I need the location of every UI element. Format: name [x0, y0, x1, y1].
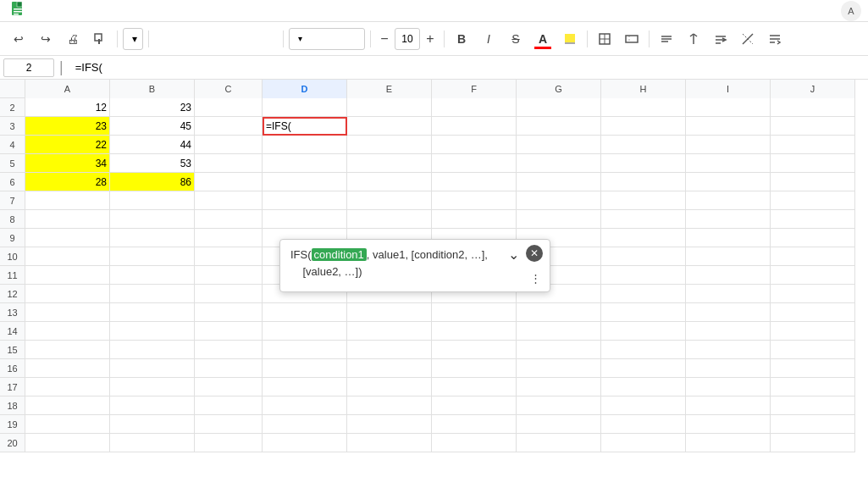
cell-d16[interactable]: [263, 359, 347, 378]
cell-c11[interactable]: [195, 266, 263, 285]
cell-c16[interactable]: [195, 359, 263, 378]
cell-b10[interactable]: [110, 247, 195, 266]
cell-e17[interactable]: [347, 378, 432, 396]
cell-i2[interactable]: [686, 98, 771, 117]
align-button[interactable]: [655, 27, 678, 51]
print-icon[interactable]: 🖨: [61, 27, 85, 51]
cell-e2[interactable]: [347, 98, 432, 117]
cell-c4[interactable]: [195, 136, 263, 154]
cell-a13[interactable]: [25, 303, 110, 322]
cell-g7[interactable]: [517, 191, 601, 210]
cell-j18[interactable]: [771, 396, 855, 415]
cell-f8[interactable]: [432, 210, 517, 229]
cell-c15[interactable]: [195, 341, 263, 359]
cell-i17[interactable]: [686, 378, 771, 396]
cell-b8[interactable]: [110, 210, 195, 229]
cell-j19[interactable]: [771, 415, 855, 434]
cell-c19[interactable]: [195, 415, 263, 434]
cell-d14[interactable]: [263, 322, 347, 341]
row-header-18[interactable]: 18: [0, 396, 25, 415]
row-header-5[interactable]: 5: [0, 154, 25, 173]
cell-e20[interactable]: [347, 434, 432, 452]
cell-e14[interactable]: [347, 322, 432, 341]
row-header-17[interactable]: 17: [0, 378, 25, 396]
cell-i6[interactable]: [686, 173, 771, 191]
cell-g17[interactable]: [517, 378, 601, 396]
cell-b6[interactable]: 86: [110, 173, 195, 191]
cell-g13[interactable]: [517, 303, 601, 322]
cell-i9[interactable]: [686, 229, 771, 247]
cell-f4[interactable]: [432, 136, 517, 154]
cell-c17[interactable]: [195, 378, 263, 396]
cell-d15[interactable]: [263, 341, 347, 359]
cell-a12[interactable]: [25, 285, 110, 303]
cell-f14[interactable]: [432, 322, 517, 341]
cell-j14[interactable]: [771, 322, 855, 341]
cell-b4[interactable]: 44: [110, 136, 195, 154]
cell-h15[interactable]: [601, 341, 686, 359]
cell-f6[interactable]: [432, 173, 517, 191]
cell-e3[interactable]: [347, 117, 432, 136]
cell-b14[interactable]: [110, 322, 195, 341]
menu-tools[interactable]: [122, 9, 135, 13]
cell-h13[interactable]: [601, 303, 686, 322]
cell-f15[interactable]: [432, 341, 517, 359]
cell-e7[interactable]: [347, 191, 432, 210]
cell-a5[interactable]: 34: [25, 154, 110, 173]
cell-b15[interactable]: [110, 341, 195, 359]
row-header-16[interactable]: 16: [0, 359, 25, 378]
cell-b17[interactable]: [110, 378, 195, 396]
cell-g19[interactable]: [517, 415, 601, 434]
cell-b16[interactable]: [110, 359, 195, 378]
italic-button[interactable]: I: [477, 27, 500, 51]
menu-help[interactable]: [152, 9, 166, 13]
cell-b20[interactable]: [110, 434, 195, 452]
cell-a20[interactable]: [25, 434, 110, 452]
merge-cells-button[interactable]: [620, 27, 644, 51]
more-formats-button[interactable]: [763, 27, 787, 51]
menu-edit[interactable]: [46, 9, 59, 13]
row-header-13[interactable]: 13: [0, 303, 25, 322]
cell-i14[interactable]: [686, 322, 771, 341]
cell-i16[interactable]: [686, 359, 771, 378]
col-header-a[interactable]: A: [25, 80, 110, 98]
cell-j12[interactable]: [771, 285, 855, 303]
cell-b7[interactable]: [110, 191, 195, 210]
cell-f7[interactable]: [432, 191, 517, 210]
cell-a8[interactable]: [25, 210, 110, 229]
cell-b18[interactable]: [110, 396, 195, 415]
cell-j4[interactable]: [771, 136, 855, 154]
cell-a3[interactable]: 23: [25, 117, 110, 136]
cell-f16[interactable]: [432, 359, 517, 378]
cell-a6[interactable]: 28: [25, 173, 110, 191]
decimal-less-button[interactable]: [205, 28, 227, 50]
col-header-c[interactable]: C: [195, 80, 263, 98]
cell-e6[interactable]: [347, 173, 432, 191]
cell-g18[interactable]: [517, 396, 601, 415]
cell-e5[interactable]: [347, 154, 432, 173]
cell-e18[interactable]: [347, 396, 432, 415]
cell-d2[interactable]: [263, 98, 347, 117]
redo-icon[interactable]: ↪: [34, 27, 58, 51]
cell-b5[interactable]: 53: [110, 154, 195, 173]
cell-g14[interactable]: [517, 322, 601, 341]
cell-d6[interactable]: [263, 173, 347, 191]
autocomplete-close-button[interactable]: ✕: [526, 245, 543, 262]
cell-j16[interactable]: [771, 359, 855, 378]
cell-b3[interactable]: 45: [110, 117, 195, 136]
cell-a7[interactable]: [25, 191, 110, 210]
cell-h16[interactable]: [601, 359, 686, 378]
cell-b11[interactable]: [110, 266, 195, 285]
cell-h11[interactable]: [601, 266, 686, 285]
cell-g4[interactable]: [517, 136, 601, 154]
col-header-i[interactable]: I: [686, 80, 771, 98]
cell-d17[interactable]: [263, 378, 347, 396]
cell-h17[interactable]: [601, 378, 686, 396]
cell-j8[interactable]: [771, 210, 855, 229]
cell-c9[interactable]: [195, 229, 263, 247]
cell-h7[interactable]: [601, 191, 686, 210]
menu-insert[interactable]: [76, 9, 90, 13]
cell-a9[interactable]: [25, 229, 110, 247]
menu-data[interactable]: [107, 9, 120, 13]
cell-j20[interactable]: [771, 434, 855, 452]
